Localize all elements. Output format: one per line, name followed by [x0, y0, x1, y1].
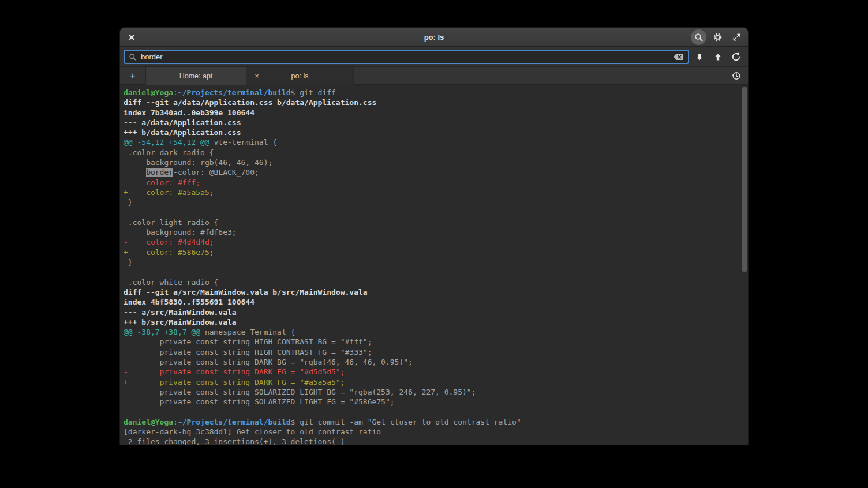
terminal-text-path: ~/Projects/terminal/build	[178, 418, 291, 426]
terminal-line: + color: #586e75;	[124, 247, 740, 257]
terminal-text-plain	[124, 168, 146, 177]
terminal-text-bold: index 4bf5830..f555691 100644	[124, 298, 255, 306]
terminal-text-plain: $ git commit -am "Get closer to old cont…	[291, 418, 521, 426]
search-input[interactable]	[141, 52, 669, 61]
terminal-line: + color: #a5a5a5;	[124, 187, 740, 197]
terminal-line: .color-light radio {	[124, 217, 740, 227]
terminal-line: - color: #fff;	[124, 178, 740, 187]
terminal-line: background: #fdf6e3;	[124, 227, 740, 237]
terminal-text-bold: --- a/data/Application.css	[124, 118, 241, 127]
terminal-text-user: daniel@Yoga	[124, 418, 173, 426]
tab-po-ls[interactable]: × po: ls	[246, 67, 354, 85]
terminal-line: border-color: @BLACK_700;	[124, 167, 740, 177]
terminal-line: background: rgb(46, 46, 46);	[124, 157, 740, 167]
close-tab-button[interactable]: ×	[252, 67, 261, 85]
terminal-line	[124, 407, 740, 417]
terminal-text-bold: +++ b/data/Application.css	[124, 128, 241, 137]
terminal-text-plain: }	[124, 198, 133, 207]
terminal-text-plain: $ git diff	[291, 88, 336, 97]
backspace-icon	[673, 53, 684, 61]
terminal-text-plain: private const string HIGH_CONTRAST_BG = …	[124, 337, 372, 346]
terminal-line: 2 files changed, 3 insertions(+), 3 dele…	[124, 437, 740, 445]
terminal-line: private const string SOLARIZED_LIGHT_BG …	[124, 387, 740, 397]
desktop: × po: ls	[0, 0, 868, 488]
headerbar: × po: ls	[120, 28, 748, 47]
terminal-text-plain: -color: @BLACK_700;	[173, 168, 259, 177]
cyclic-search-button[interactable]	[728, 48, 744, 65]
terminal-line: private const string DARK_BG = "rgba(46,…	[124, 357, 740, 367]
terminal-text-add: + color: #586e75;	[124, 248, 214, 257]
tab-home-apt[interactable]: Home: apt	[145, 67, 246, 85]
terminal-line: diff --git a/src/MainWindow.vala b/src/M…	[124, 287, 740, 297]
terminal-line: .color-white radio {	[124, 277, 740, 287]
terminal-line: - color: #4d4d4d;	[124, 237, 740, 247]
history-icon	[731, 71, 741, 81]
terminal-text-plain: .color-light radio {	[124, 218, 218, 227]
tab-label: Home: apt	[179, 72, 213, 80]
terminal-text-plain: }	[124, 258, 133, 266]
terminal-text-user: daniel@Yoga	[124, 88, 173, 97]
terminal-line	[124, 267, 740, 277]
terminal-text-path: ~/Projects/terminal/build	[178, 88, 291, 97]
tab-bar-spacer	[354, 67, 724, 85]
terminal-window: × po: ls	[120, 28, 748, 445]
plus-icon: +	[130, 70, 136, 82]
terminal-text-plain: :	[173, 418, 178, 426]
terminal-text-bold: diff --git a/data/Application.css b/data…	[124, 98, 376, 107]
terminal-line: .color-dark radio {	[124, 148, 740, 157]
window-title: po: ls	[120, 33, 748, 42]
terminal-text-plain: :	[173, 88, 178, 97]
headerbar-actions	[691, 29, 744, 45]
terminal-text-plain: vte-terminal {	[209, 138, 277, 147]
terminal-line: - private const string DARK_FG = "#d5d5d…	[124, 367, 740, 377]
terminal-text-plain: private const string SOLARIZED_LIGHT_BG …	[124, 388, 476, 396]
terminal-text-plain: private const string DARK_BG = "rgba(46,…	[124, 358, 413, 366]
fullscreen-button[interactable]	[729, 29, 744, 45]
search-previous-button[interactable]	[709, 48, 726, 65]
terminal-text-match: border	[146, 168, 173, 177]
new-tab-button[interactable]: +	[120, 67, 145, 85]
terminal-line	[124, 208, 740, 217]
terminal-line: index 4bf5830..f555691 100644	[124, 297, 740, 307]
terminal-text-del: - color: #4d4d4d;	[124, 238, 214, 246]
terminal-line: --- a/data/Application.css	[124, 118, 740, 127]
gear-icon	[713, 32, 723, 42]
terminal-text-del: - private const string DARK_FG = "#d5d5d…	[124, 367, 345, 376]
terminal-text-bold: +++ b/src/MainWindow.vala	[124, 318, 237, 326]
terminal-text-plain: [darker-dark-bg 3c38dd1] Get closer to o…	[124, 427, 381, 436]
terminal-output[interactable]: daniel@Yoga:~/Projects/terminal/build$ g…	[120, 85, 748, 445]
terminal-text-plain: private const string HIGH_CONTRAST_FG = …	[124, 348, 372, 356]
terminal-text-plain: private const string SOLARIZED_LIGHT_FG …	[124, 397, 395, 406]
terminal-line: daniel@Yoga:~/Projects/terminal/build$ g…	[124, 417, 740, 427]
cycle-icon	[731, 52, 741, 62]
terminal-text-bold: --- a/src/MainWindow.vala	[124, 308, 237, 317]
search-next-button[interactable]	[691, 48, 708, 65]
terminal-line: @@ -54,12 +54,12 @@ vte-terminal {	[124, 137, 740, 147]
terminal-line: index 7b340ad..0eb399e 100644	[124, 108, 740, 118]
terminal-text-add: + private const string DARK_FG = "#a5a5a…	[124, 378, 345, 386]
terminal-line: private const string SOLARIZED_LIGHT_FG …	[124, 397, 740, 407]
search-icon	[694, 33, 704, 42]
history-button[interactable]	[724, 67, 748, 85]
search-toggle-button[interactable]	[691, 29, 706, 45]
terminal-text-plain: background: rgb(46, 46, 46);	[124, 158, 272, 167]
terminal-line: private const string HIGH_CONTRAST_BG = …	[124, 337, 740, 347]
terminal-text-plain: background: #fdf6e3;	[124, 228, 237, 237]
terminal-line: @@ -38,7 +38,7 @@ namespace Terminal {	[124, 327, 740, 337]
terminal-text-plain: 2 files changed, 3 insertions(+), 3 dele…	[124, 437, 345, 445]
terminal-text-bold: index 7b340ad..0eb399e 100644	[124, 108, 255, 117]
settings-button[interactable]	[710, 29, 725, 45]
search-bar	[120, 47, 748, 67]
search-field[interactable]	[124, 50, 689, 64]
terminal-line: + private const string DARK_FG = "#a5a5a…	[124, 377, 740, 387]
tab-bar: + Home: apt × po: ls	[120, 67, 748, 85]
terminal-lines: daniel@Yoga:~/Projects/terminal/build$ g…	[124, 88, 740, 445]
scrollbar[interactable]	[742, 87, 747, 272]
clear-search-button[interactable]	[673, 53, 684, 61]
terminal-text-plain: .color-white radio {	[124, 278, 218, 287]
terminal-line: +++ b/src/MainWindow.vala	[124, 317, 740, 327]
terminal-text-plain: namespace Terminal {	[200, 328, 295, 336]
terminal-text-bold: diff --git a/src/MainWindow.vala b/src/M…	[124, 288, 368, 296]
terminal-line: --- a/src/MainWindow.vala	[124, 307, 740, 317]
close-window-button[interactable]: ×	[124, 29, 140, 46]
